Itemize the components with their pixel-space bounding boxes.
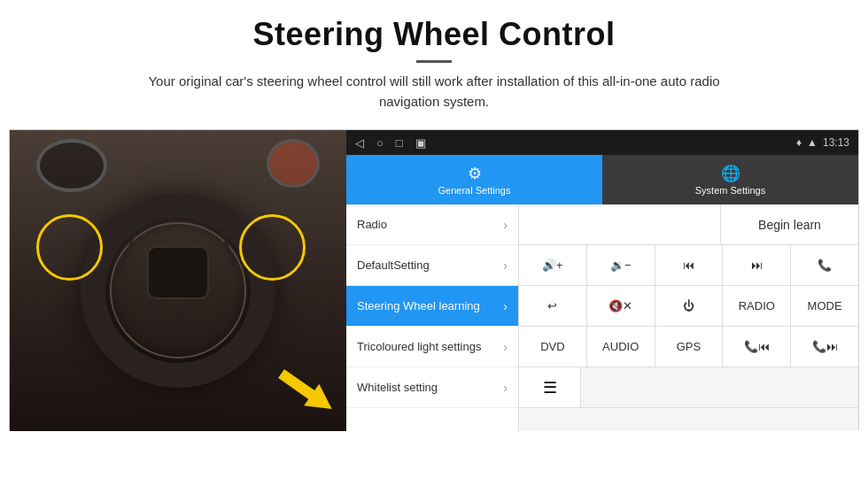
button-row-2: ↩ 🔇✕ ⏻ RADIO MODE [519, 286, 858, 327]
button-row-3: DVD AUDIO GPS 📞⏮ 📞⏭ [519, 327, 858, 367]
return-icon: ↩ [547, 299, 557, 312]
menu-item-steering-wheel[interactable]: Steering Wheel learning › [346, 286, 518, 327]
general-settings-icon: ⚙ [468, 164, 482, 183]
next-icon: ⏭ [751, 258, 763, 272]
call-button[interactable]: 📞 [791, 245, 858, 285]
menu-item-tricoloured[interactable]: Tricoloured light settings › [346, 327, 518, 367]
tel-next-icon: 📞⏭ [812, 340, 838, 353]
subtitle-text: Your original car's steering wheel contr… [124, 72, 744, 112]
status-right: ♦ ▲ 13:13 [796, 136, 849, 149]
mode-button[interactable]: MODE [791, 286, 858, 326]
chevron-icon: › [503, 340, 508, 354]
left-menu: Radio › DefaultSetting › Steering Wheel … [346, 204, 519, 431]
gps-label: GPS [677, 340, 701, 353]
next-button[interactable]: ⏭ [723, 245, 791, 285]
radio-label: RADIO [739, 299, 775, 312]
call-icon: 📞 [818, 258, 832, 272]
title-divider [416, 60, 452, 63]
vol-down-icon: 🔉− [610, 258, 632, 272]
list-icon: ☰ [543, 378, 557, 397]
header-section: Steering Wheel Control Your original car… [0, 0, 868, 120]
wifi-icon: ▲ [807, 136, 818, 149]
power-icon: ⏻ [683, 299, 694, 312]
return-button[interactable]: ↩ [519, 286, 587, 326]
chevron-icon: › [503, 381, 508, 395]
begin-learn-button[interactable]: Begin learn [721, 204, 858, 244]
location-icon: ♦ [796, 136, 802, 149]
tab-bar: ⚙ General Settings 🌐 System Settings [346, 155, 858, 204]
chevron-icon: › [503, 258, 508, 273]
mute-icon: 🔇✕ [608, 299, 632, 312]
mute-button[interactable]: 🔇✕ [587, 286, 655, 326]
tel-prev-icon: 📞⏮ [744, 340, 770, 353]
button-row-1: 🔊+ 🔉− ⏮ ⏭ 📞 [519, 245, 858, 286]
power-button[interactable]: ⏻ [655, 286, 724, 326]
home-icon: ○ [376, 136, 384, 150]
system-settings-label: System Settings [695, 185, 765, 196]
top-row: Begin learn [519, 204, 858, 245]
radio-button[interactable]: RADIO [723, 286, 791, 326]
page-title: Steering Wheel Control [35, 16, 833, 53]
steering-wheel-image [10, 130, 346, 431]
vol-up-button[interactable]: 🔊+ [519, 245, 587, 285]
tab-system-settings[interactable]: 🌐 System Settings [602, 155, 858, 204]
empty-input-box [519, 204, 721, 244]
chevron-icon: › [503, 218, 508, 232]
menu-item-default-setting[interactable]: DefaultSetting › [346, 245, 518, 286]
status-bar: ◁ ○ □ ▣ ♦ ▲ 13:13 [346, 130, 858, 155]
screenshot-icon: ▣ [415, 136, 426, 150]
prev-button[interactable]: ⏮ [655, 245, 724, 285]
tel-next-button[interactable]: 📞⏭ [791, 327, 858, 366]
chevron-icon: › [503, 299, 508, 313]
tel-prev-button[interactable]: 📞⏮ [723, 327, 791, 366]
status-icons: ◁ ○ □ ▣ [355, 136, 426, 150]
dvd-label: DVD [540, 340, 564, 353]
audio-button[interactable]: AUDIO [587, 327, 655, 366]
menu-item-whitelist[interactable]: Whitelist setting › [346, 367, 518, 408]
mode-label: MODE [808, 299, 842, 312]
tab-general-settings[interactable]: ⚙ General Settings [346, 155, 602, 204]
general-settings-label: General Settings [438, 185, 511, 196]
system-settings-icon: 🌐 [721, 164, 740, 183]
last-row: ☰ [519, 367, 858, 408]
audio-label: AUDIO [602, 340, 639, 353]
menu-item-radio[interactable]: Radio › [346, 204, 518, 245]
gps-button[interactable]: GPS [655, 327, 724, 366]
android-ui: ◁ ○ □ ▣ ♦ ▲ 13:13 ⚙ General Settings [346, 130, 858, 431]
list-icon-button[interactable]: ☰ [519, 367, 581, 407]
right-panel: Begin learn 🔊+ 🔉− ⏮ [519, 204, 858, 431]
vol-down-button[interactable]: 🔉− [587, 245, 655, 285]
main-content: Radio › DefaultSetting › Steering Wheel … [346, 204, 858, 431]
time-display: 13:13 [823, 136, 849, 149]
back-icon: ◁ [355, 136, 364, 150]
recents-icon: □ [396, 136, 403, 150]
vol-up-icon: 🔊+ [542, 258, 563, 272]
content-section: ◁ ○ □ ▣ ♦ ▲ 13:13 ⚙ General Settings [9, 129, 859, 430]
dvd-button[interactable]: DVD [519, 327, 587, 366]
prev-icon: ⏮ [683, 258, 694, 272]
sw-hub [147, 246, 209, 299]
